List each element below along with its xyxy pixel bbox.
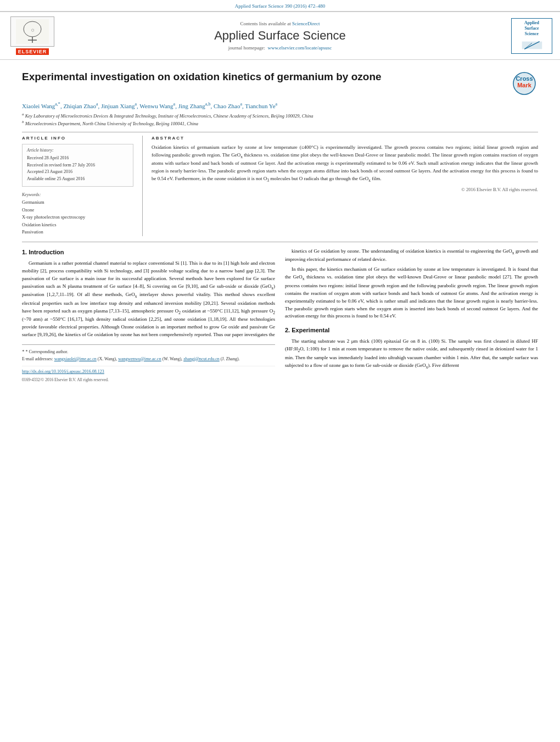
keywords-box: Keywords: Germanium Ozone X-ray photoele… <box>22 192 133 236</box>
received-date: Received 28 April 2016 <box>27 155 128 162</box>
svg-text:⬡: ⬡ <box>31 29 34 32</box>
available-date: Available online 25 August 2016 <box>27 176 128 183</box>
email-note: E-mail addresses: wangxiaolei@ime.ac.cn … <box>22 356 275 363</box>
article-history-box: Article history: Received 28 April 2016 … <box>22 144 133 187</box>
email2-link[interactable]: wangwenwu@ime.ac.cn <box>118 356 161 361</box>
section2-body: The starting substrate was 2 μm thick (1… <box>285 338 538 370</box>
doi-link[interactable]: http://dx.doi.org/10.1016/j.apsusc.2016.… <box>22 369 104 374</box>
article-info-col: ARTICLE INFO Article history: Received 2… <box>22 136 143 236</box>
keywords-label: Keywords: <box>22 192 133 197</box>
section2-title: 2. Experimental <box>285 326 538 335</box>
svg-text:Mark: Mark <box>517 82 532 88</box>
body-col-left: 1. Introduction Germanium is a rather po… <box>22 248 275 383</box>
abstract-header: ABSTRACT <box>152 136 538 141</box>
elsevier-logo: ⬡ ELSEVIER <box>8 16 57 55</box>
history-label: Article history: <box>27 148 128 153</box>
sciencedirect-link[interactable]: ScienceDirect <box>292 21 320 26</box>
abstract-copyright: © 2016 Elsevier B.V. All rights reserved… <box>152 187 538 192</box>
keyword-2: Ozone <box>22 207 133 214</box>
journal-logo: Applied Surface Science <box>503 18 552 54</box>
email3-link[interactable]: zhangj@ncut.edu.cn <box>183 356 220 361</box>
section1-body-right: kinetics of Ge oxidation by ozone. The u… <box>285 248 538 320</box>
top-bar: Applied Surface Science 390 (2016) 472–4… <box>0 0 560 11</box>
article-info-header: ARTICLE INFO <box>22 136 133 141</box>
affiliations: a Key Laboratory of Microelectronics Dev… <box>22 111 538 127</box>
keyword-3: X-ray photoelectron spectroscopy <box>22 214 133 221</box>
footer-links: http://dx.doi.org/10.1016/j.apsusc.2016.… <box>22 366 275 383</box>
svg-text:Cross: Cross <box>516 75 533 82</box>
abstract-text: Oxidation kinetics of germanium surface … <box>152 144 538 184</box>
email1-link[interactable]: wangxiaolei@ime.ac.cn <box>54 356 97 361</box>
elsevier-text: ELSEVIER <box>16 48 49 55</box>
info-abstract-row: ARTICLE INFO Article history: Received 2… <box>22 136 538 236</box>
divider-1 <box>22 132 538 132</box>
journal-center: Contents lists available at ScienceDirec… <box>57 21 503 51</box>
article-area: Experimental investigation on oxidation … <box>0 60 560 388</box>
keyword-4: Oxidation kinetics <box>22 221 133 229</box>
homepage-line: journal homepage: www.elsevier.com/locat… <box>57 45 503 51</box>
footer-copyright: 0169-4332/© 2016 Elsevier B.V. All right… <box>22 377 275 383</box>
divider-2 <box>22 242 538 242</box>
journal-citation: Applied Surface Science 390 (2016) 472–4… <box>235 3 326 9</box>
body-section: 1. Introduction Germanium is a rather po… <box>22 248 538 383</box>
footnote-area: * * Corresponding author. E-mail address… <box>22 344 275 363</box>
contents-line: Contents lists available at ScienceDirec… <box>57 21 503 26</box>
section1-body-left: Germanium is a rather potential channel … <box>22 260 275 339</box>
corresponding-author-note: * * Corresponding author. <box>22 348 275 356</box>
article-title-row: Experimental investigation on oxidation … <box>22 65 538 97</box>
body-col-right: kinetics of Ge oxidation by ozone. The u… <box>285 248 538 383</box>
elsevier-logo-image: ⬡ <box>10 16 54 47</box>
journal-logo-box: Applied Surface Science <box>511 18 552 54</box>
crossmark: Cross Mark <box>511 70 538 97</box>
article-title: Experimental investigation on oxidation … <box>22 70 382 84</box>
body-two-col: 1. Introduction Germanium is a rather po… <box>22 248 538 383</box>
authors: Xiaolei Wanga,*, Zhiqian Zhaoa, Jinjuan … <box>22 102 538 109</box>
homepage-link[interactable]: www.elsevier.com/locate/apsusc <box>267 45 332 51</box>
abstract-col: ABSTRACT Oxidation kinetics of germanium… <box>143 136 538 236</box>
section1-title: 1. Introduction <box>22 248 275 257</box>
keyword-5: Passivation <box>22 228 133 236</box>
accepted-date: Accepted 23 August 2016 <box>27 169 128 176</box>
journal-title: Applied Surface Science <box>57 29 503 43</box>
journal-header: ⬡ ELSEVIER Contents lists available at S… <box>0 11 560 60</box>
received-revised-date: Received in revised form 27 July 2016 <box>27 162 128 169</box>
keyword-1: Germanium <box>22 199 133 207</box>
